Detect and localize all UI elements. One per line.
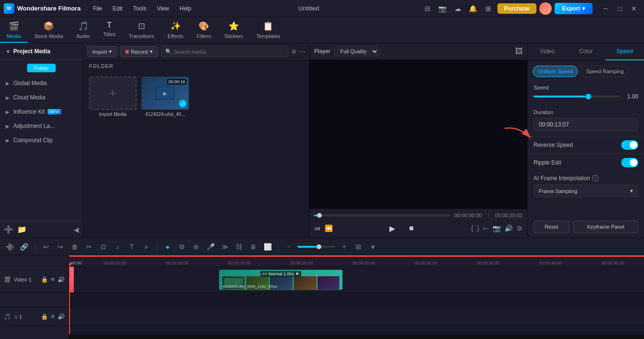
speed2-icon[interactable]: ≫ [219, 241, 230, 252]
search-box[interactable]: 🔍 [161, 46, 288, 57]
reverse-speed-toggle[interactable] [621, 140, 638, 150]
green-circle-icon[interactable]: ● [162, 241, 173, 252]
record-button[interactable]: Record ▾ [120, 46, 158, 57]
camera-icon[interactable]: 📷 [436, 2, 449, 15]
speaker-icon[interactable]: 🔊 [505, 224, 513, 232]
cloud-icon[interactable]: ☁ [452, 2, 464, 15]
settings-icon[interactable]: ⚙ [516, 224, 523, 232]
win-close-button[interactable]: ✕ [628, 2, 640, 15]
media-thumb[interactable]: ▶ 00:00:16 ✓ [141, 77, 189, 110]
tab-audio[interactable]: 🎵 Audio [70, 18, 97, 43]
undo-icon[interactable]: ↩ [40, 241, 52, 252]
tab-speed[interactable]: Speed [605, 43, 644, 60]
menu-file[interactable]: File [88, 3, 107, 14]
sidebar-item-compound-clip[interactable]: ▶ Compound Clip [0, 133, 83, 147]
remove-folder-icon[interactable]: 📁 [17, 225, 27, 234]
progress-track[interactable] [314, 214, 450, 216]
play-button[interactable]: ▶ [386, 222, 399, 235]
plus-zoom-icon[interactable]: ＋ [338, 241, 350, 252]
menu-edit[interactable]: Edit [108, 3, 128, 14]
bracket-right-icon[interactable]: } [477, 224, 479, 232]
audio-lock-icon[interactable]: 🔒 [41, 313, 48, 320]
menu-help[interactable]: Help [175, 3, 196, 14]
sidebar-item-influence-kit[interactable]: ▶ Influence Kit NEW [0, 105, 83, 119]
menu-tools[interactable]: Tools [128, 3, 151, 14]
purchase-button[interactable]: Purchase [497, 3, 536, 14]
audio-icon[interactable]: ♪ [112, 241, 123, 252]
mic-icon[interactable]: 🎤 [205, 241, 216, 252]
filter-icon[interactable]: ⚙ [291, 48, 297, 55]
user-avatar[interactable] [539, 2, 552, 15]
media-file-item[interactable]: ▶ 00:00:16 ✓ 4124024-uhd_40... [141, 77, 189, 117]
bell-icon[interactable]: 🔔 [467, 2, 479, 15]
audio-speaker-icon[interactable]: 🔊 [58, 313, 65, 320]
progress-bar[interactable]: 00:00:00:00 / 00:00:29:02 [314, 212, 523, 219]
timeline-scrollbar[interactable] [69, 334, 644, 339]
track-lock-icon[interactable]: 🔒 [41, 276, 48, 283]
tab-filters[interactable]: 🎨 Filters [190, 18, 218, 43]
tab-stickers[interactable]: ⭐ Stickers [218, 18, 249, 43]
ripple-edit-toggle[interactable] [621, 158, 638, 167]
frame-icon[interactable]: ⬜ [262, 241, 273, 252]
zoom-slider[interactable] [297, 246, 336, 248]
track-speaker-icon[interactable]: 🔊 [58, 276, 65, 283]
speed-slider[interactable] [534, 96, 620, 97]
search-input[interactable] [174, 49, 284, 55]
tab-transitions[interactable]: ⊡ Transitions [122, 18, 161, 43]
image-view-icon[interactable]: 🖼 [515, 47, 523, 55]
import-button[interactable]: Import ▾ [87, 46, 117, 57]
duration-value[interactable]: 00:00:13:07 [534, 118, 638, 131]
win-maximize-button[interactable]: □ [614, 2, 626, 15]
uniform-speed-tab[interactable]: Uniform Speed [533, 66, 578, 77]
add-track-icon[interactable]: ➕ [4, 241, 15, 252]
chevron-down2-icon[interactable]: ▾ [367, 241, 378, 252]
minimize-window-icon[interactable]: ⊟ [421, 2, 434, 15]
sidebar-item-global-media[interactable]: ▶ Global Media [0, 76, 83, 90]
settings2-icon[interactable]: ⚙ [176, 241, 188, 252]
tab-titles[interactable]: T Titles [97, 18, 122, 43]
sidebar-item-cloud-media[interactable]: ▶ Cloud Media [0, 90, 83, 105]
menu-view[interactable]: View [152, 3, 174, 14]
track-eye-icon[interactable]: 👁 [50, 276, 56, 283]
export-button[interactable]: Export ▾ [555, 3, 593, 14]
tab-templates[interactable]: 📋 Templates [249, 18, 287, 43]
sidebar-collapse-icon[interactable]: ◀ [74, 226, 79, 233]
import-media-item[interactable]: + Import Media [89, 77, 137, 117]
win-minimize-button[interactable]: ─ [599, 2, 612, 15]
play-back-icon[interactable]: ⏪ [325, 224, 333, 232]
info-icon[interactable]: ? [592, 175, 599, 182]
more-tools-icon[interactable]: » [140, 241, 152, 252]
tab-video[interactable]: Video [528, 43, 566, 60]
folder-button[interactable]: Folder [27, 64, 55, 72]
playhead[interactable] [69, 267, 70, 334]
link-icon[interactable]: ⛓ [233, 241, 245, 252]
tab-effects[interactable]: ✨ Effects [161, 18, 190, 43]
audio-eye-icon[interactable]: 👁 [50, 313, 56, 320]
text-icon[interactable]: T [126, 241, 138, 252]
reset-button[interactable]: Reset [534, 221, 569, 233]
stop-button[interactable]: ■ [405, 222, 418, 235]
quality-select[interactable]: Full Quality [334, 46, 379, 57]
grid-icon[interactable]: ⊞ [482, 2, 495, 15]
screen-icon[interactable]: 🖥 [248, 241, 259, 252]
sidebar-item-adjustment[interactable]: ▶ Adjustment La... [0, 119, 83, 133]
crop-icon[interactable]: ⊡ [98, 241, 109, 252]
split-icon[interactable]: ⊢ [483, 224, 489, 232]
tab-media[interactable]: 🎬 Media [0, 18, 28, 43]
tab-stock-media[interactable]: 📦 Stock Media [28, 18, 70, 43]
video-clip[interactable]: << Normal 1.00x ▼ [219, 270, 343, 290]
delete-icon[interactable]: 🗑 [69, 241, 80, 252]
grid2-icon[interactable]: ⊞ [353, 241, 364, 252]
keyframe-panel-button[interactable]: Keyframe Panel [573, 221, 638, 233]
redo-icon[interactable]: ↪ [55, 241, 66, 252]
cut-icon[interactable]: ✂ [83, 241, 95, 252]
speed-ramping-tab[interactable]: Speed Ramping [581, 66, 629, 77]
interpolation-select[interactable]: Frame Sampling ▾ [534, 184, 638, 197]
import-thumb[interactable]: + [89, 77, 137, 110]
bracket-left-icon[interactable]: { [471, 224, 474, 232]
screenshot-icon[interactable]: 📷 [493, 224, 501, 232]
more-icon[interactable]: ⋯ [299, 48, 305, 55]
tab-color[interactable]: Color [566, 43, 605, 60]
shield-icon[interactable]: ⊛ [190, 241, 202, 252]
add-folder-icon[interactable]: ➕ [4, 225, 13, 234]
